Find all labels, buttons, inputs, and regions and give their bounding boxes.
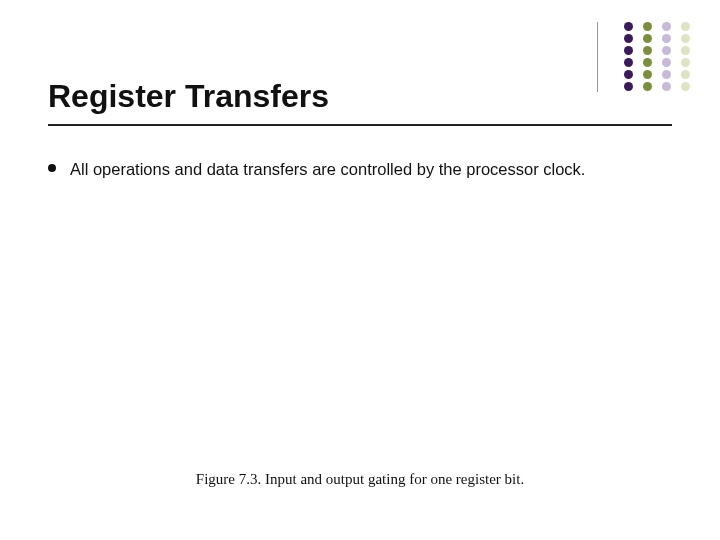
- dot-icon: [624, 22, 633, 31]
- bullet-text: All operations and data transfers are co…: [70, 158, 585, 180]
- dot-icon: [643, 34, 652, 43]
- dot-icon: [681, 70, 690, 79]
- decorative-dot-grid: [624, 22, 690, 91]
- dot-icon: [681, 82, 690, 91]
- dot-icon: [681, 58, 690, 67]
- dot-icon: [624, 46, 633, 55]
- dot-column: [681, 22, 690, 91]
- dot-icon: [681, 46, 690, 55]
- dot-icon: [681, 22, 690, 31]
- dot-icon: [643, 58, 652, 67]
- dot-icon: [643, 70, 652, 79]
- dot-icon: [662, 58, 671, 67]
- dot-icon: [643, 46, 652, 55]
- figure-caption: Figure 7.3. Input and output gating for …: [0, 471, 720, 488]
- dot-icon: [662, 34, 671, 43]
- dot-column: [624, 22, 633, 91]
- dot-icon: [662, 22, 671, 31]
- slide: Register Transfers All operations and da…: [0, 0, 720, 540]
- decorative-separator: [597, 22, 598, 92]
- dot-column: [662, 22, 671, 91]
- dot-icon: [681, 34, 690, 43]
- dot-icon: [624, 34, 633, 43]
- dot-icon: [624, 82, 633, 91]
- dot-icon: [643, 82, 652, 91]
- dot-icon: [624, 58, 633, 67]
- title-underline: [48, 124, 672, 126]
- dot-icon: [662, 70, 671, 79]
- dot-icon: [662, 82, 671, 91]
- dot-icon: [662, 46, 671, 55]
- bullet-icon: [48, 164, 56, 172]
- dot-icon: [643, 22, 652, 31]
- bullet-item: All operations and data transfers are co…: [48, 158, 680, 180]
- slide-title: Register Transfers: [48, 78, 329, 115]
- dot-column: [643, 22, 652, 91]
- dot-icon: [624, 70, 633, 79]
